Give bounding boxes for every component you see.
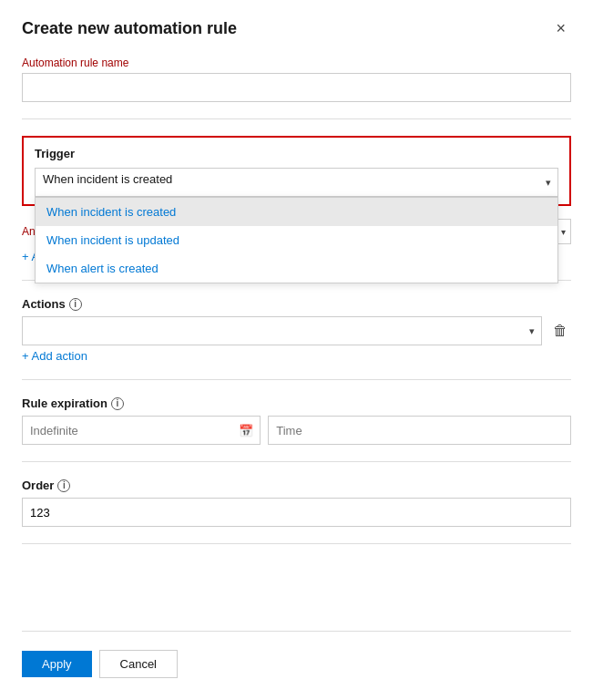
order-section: Order i (22, 479, 571, 527)
expiration-date-input[interactable] (22, 416, 261, 445)
expiration-date-wrapper: 📅 (22, 416, 261, 445)
actions-label: Actions (22, 297, 66, 311)
actions-info-icon: i (69, 298, 82, 311)
modal-title: Create new automation rule (22, 19, 237, 38)
automation-rule-name-input[interactable] (22, 73, 571, 102)
add-action-button[interactable]: + Add action (22, 349, 87, 363)
rule-expiration-info-icon: i (111, 397, 124, 410)
modal-header: Create new automation rule × (22, 18, 571, 38)
trigger-option-alert[interactable]: When alert is created (36, 254, 557, 283)
actions-section: Actions i ▾ 🗑 + Add action (22, 297, 571, 363)
rule-expiration-section: Rule expiration i 📅 (22, 396, 571, 445)
trigger-option-updated[interactable]: When incident is updated (36, 226, 557, 254)
trigger-option-created[interactable]: When incident is created (36, 198, 557, 226)
rule-expiration-label: Rule expiration (22, 396, 107, 410)
order-input[interactable] (22, 498, 571, 527)
divider-5 (22, 543, 571, 544)
trigger-select-wrapper: When incident is created ▾ When incident… (35, 168, 558, 197)
action-select[interactable] (22, 316, 542, 345)
trigger-dropdown-menu: When incident is created When incident i… (35, 197, 558, 283)
divider-1 (22, 118, 571, 119)
order-info-icon: i (57, 479, 70, 492)
order-header: Order i (22, 479, 571, 492)
action-delete-button[interactable]: 🗑 (549, 321, 571, 341)
expiration-row: 📅 (22, 416, 571, 445)
action-select-wrapper: ▾ (22, 316, 542, 345)
rule-expiration-header: Rule expiration i (22, 396, 571, 410)
modal-dialog: Create new automation rule × Automation … (0, 0, 593, 700)
footer: Apply Cancel (22, 631, 571, 678)
apply-button[interactable]: Apply (22, 651, 92, 677)
actions-header: Actions i (22, 297, 571, 311)
trigger-label: Trigger (35, 147, 558, 160)
main-content: Automation rule name Trigger When incide… (22, 57, 571, 678)
expiration-time-input[interactable] (268, 416, 571, 445)
divider-4 (22, 461, 571, 462)
trigger-select[interactable]: When incident is created (35, 168, 558, 197)
divider-3 (22, 379, 571, 380)
cancel-button[interactable]: Cancel (99, 650, 178, 678)
trigger-section: Trigger When incident is created ▾ When … (22, 136, 571, 206)
action-row: ▾ 🗑 (22, 316, 571, 345)
automation-rule-name-label: Automation rule name (22, 57, 571, 69)
automation-rule-name-section: Automation rule name (22, 57, 571, 102)
order-label: Order (22, 479, 54, 492)
close-button[interactable]: × (550, 18, 571, 38)
